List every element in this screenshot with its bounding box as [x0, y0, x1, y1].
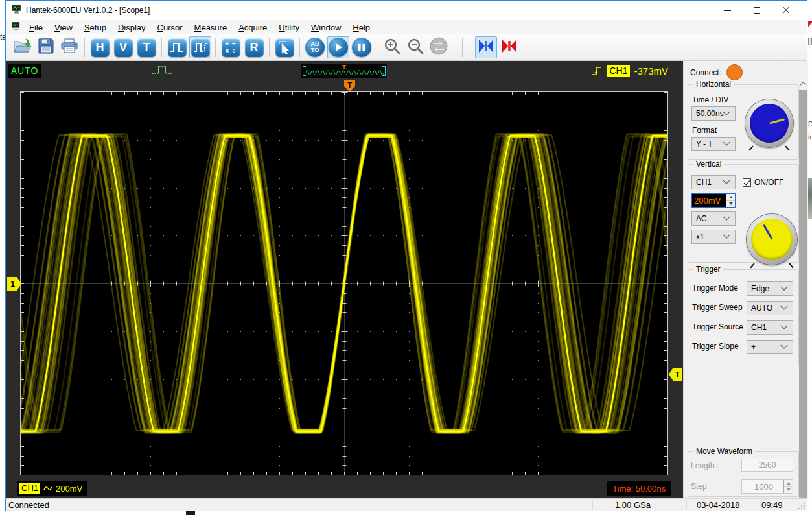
panel-scrollbar[interactable] — [799, 78, 807, 498]
background-image-fragment — [807, 178, 812, 219]
maximize-button[interactable] — [742, 1, 771, 20]
toolbar-separator — [84, 38, 85, 57]
open-button[interactable] — [12, 36, 34, 58]
menu-view[interactable]: View — [49, 21, 78, 34]
autoset-button[interactable]: AUTO — [304, 36, 326, 58]
zoom-out-button[interactable] — [404, 36, 426, 58]
trigger-source-select[interactable]: CH1 — [747, 320, 793, 335]
probe-select[interactable]: x1 — [691, 230, 736, 244]
trigger-group: Trigger Trigger ModeEdgeTrigger SweepAUT… — [688, 269, 799, 366]
menu-file[interactable]: File — [23, 21, 49, 34]
length-field: 2560 — [741, 459, 793, 472]
channel1-scale-value: 200mV — [56, 484, 82, 494]
background-text-fragment: ir — [808, 133, 812, 141]
background-text-fragment: Di — [808, 120, 812, 128]
trigger-mode-select[interactable]: Edge — [747, 281, 793, 296]
refresh-button[interactable] — [428, 36, 450, 58]
zoomin-icon — [383, 37, 401, 58]
close-icon — [782, 6, 790, 14]
pulse-train-mode-button[interactable] — [189, 36, 211, 58]
open-icon — [13, 38, 32, 57]
reference-button[interactable]: R — [243, 36, 265, 58]
trigger-sweep-select[interactable]: AUTO — [747, 301, 793, 315]
background-window-fragment: te — [0, 32, 5, 43]
menu-measure[interactable]: Measure — [189, 21, 233, 34]
menu-cursor[interactable]: Cursor — [152, 21, 189, 34]
resize-grip[interactable] — [798, 502, 806, 510]
swap-icon — [429, 36, 448, 58]
close-button[interactable] — [771, 1, 800, 20]
menu-help[interactable]: Help — [347, 21, 376, 34]
knob-tick — [789, 263, 793, 268]
save-button[interactable] — [35, 36, 57, 58]
expand-waveform-button[interactable] — [475, 36, 497, 58]
menu-acquire[interactable]: Acquire — [233, 21, 273, 34]
trigger-level-marker[interactable]: T — [669, 368, 682, 381]
menu-display[interactable]: Display — [112, 21, 152, 34]
status-date: 03-04-2018 — [697, 500, 740, 510]
math-button[interactable]: + −× ÷ — [220, 36, 242, 58]
run-button[interactable] — [327, 36, 349, 58]
trigger-slope-select[interactable]: + — [747, 340, 793, 354]
spin-down-button[interactable] — [726, 201, 735, 208]
channel1-readout: CH1 200mV — [17, 481, 87, 496]
scroll-up-button[interactable] — [799, 78, 807, 90]
connect-indicator[interactable] — [726, 64, 743, 80]
compress-waveform-button[interactable] — [498, 36, 520, 58]
vertical-position-knob[interactable] — [747, 214, 797, 265]
background-icon-fragment — [808, 38, 812, 45]
horizontal-setup-button[interactable]: H — [89, 36, 111, 58]
trigger-position-marker[interactable]: T — [344, 80, 355, 91]
waveform-display[interactable] — [21, 92, 667, 475]
pulse-indicator-icon — [151, 64, 173, 79]
time-div-select[interactable]: 50.00ns — [691, 106, 736, 121]
statusbar: Connected 1.00 GSa 03-04-2018 09:49 — [6, 498, 807, 511]
vertical-setup-button[interactable]: V — [112, 36, 134, 58]
titlebar: Hantek-6000EU Ver1.0.2 - [Scope1] — [6, 1, 807, 20]
channel-onoff-checkbox[interactable]: ON/OFF — [743, 178, 783, 187]
zoom-in-button[interactable] — [381, 36, 403, 58]
toolbar-separator — [215, 38, 216, 57]
vertical-group-title: Vertical — [693, 160, 724, 169]
minimize-button[interactable] — [713, 1, 742, 20]
menu-window[interactable]: Window — [305, 21, 347, 34]
step-value: 1000 — [742, 480, 783, 493]
coupling-select[interactable]: AC — [691, 211, 736, 226]
channel1-zero-marker[interactable]: 1 — [7, 277, 21, 291]
pause-button[interactable] — [351, 36, 373, 58]
rising-edge-icon — [591, 64, 603, 77]
trigger-sweep-label: Trigger Sweep — [692, 303, 743, 312]
print-icon — [60, 38, 78, 57]
format-label: Format — [692, 126, 717, 135]
trigger-slope-label: Trigger Slope — [692, 342, 739, 351]
cursor-measure-button[interactable] — [273, 36, 296, 58]
trigger-level-value: -373mV — [634, 66, 668, 77]
spin-up-button — [784, 480, 793, 487]
trigger-setup-button[interactable]: T — [135, 36, 157, 58]
step-spinner: 1000 — [741, 479, 793, 494]
bowtie-icon — [501, 38, 518, 56]
format-select[interactable]: Y - T — [691, 137, 736, 151]
menu-utility[interactable]: Utility — [273, 21, 305, 34]
time-div-label: Time / DIV — [692, 95, 728, 104]
horizontal-position-knob[interactable] — [745, 99, 793, 147]
waveform-preview[interactable]: T — [301, 64, 388, 78]
pulse-mode-button[interactable] — [166, 36, 188, 58]
desktop: te Di ir Hantek-6000EU Ver1.0.2 - [Scope… — [0, 0, 812, 515]
checkbox-check-icon — [743, 178, 751, 187]
print-button[interactable] — [58, 36, 80, 58]
knob-tick — [785, 145, 789, 150]
menu-setup[interactable]: Setup — [78, 21, 112, 34]
auto-icon: AUTO — [305, 38, 325, 57]
menubar: FileViewSetupDisplayCursorMeasureAcquire… — [6, 20, 807, 34]
channel-select[interactable]: CH1 — [691, 175, 736, 189]
trigger-channel-badge: CH1 — [607, 65, 630, 77]
statusbar-separator — [686, 500, 687, 510]
channel1-badge: CH1 — [19, 483, 40, 494]
maximize-icon — [754, 7, 760, 14]
spin-up-button[interactable] — [726, 194, 735, 201]
scope-display[interactable] — [20, 91, 668, 475]
volts-div-value: 200mV — [692, 194, 726, 207]
volts-div-spinner[interactable]: 200mV — [691, 193, 736, 208]
app-icon — [11, 4, 22, 17]
